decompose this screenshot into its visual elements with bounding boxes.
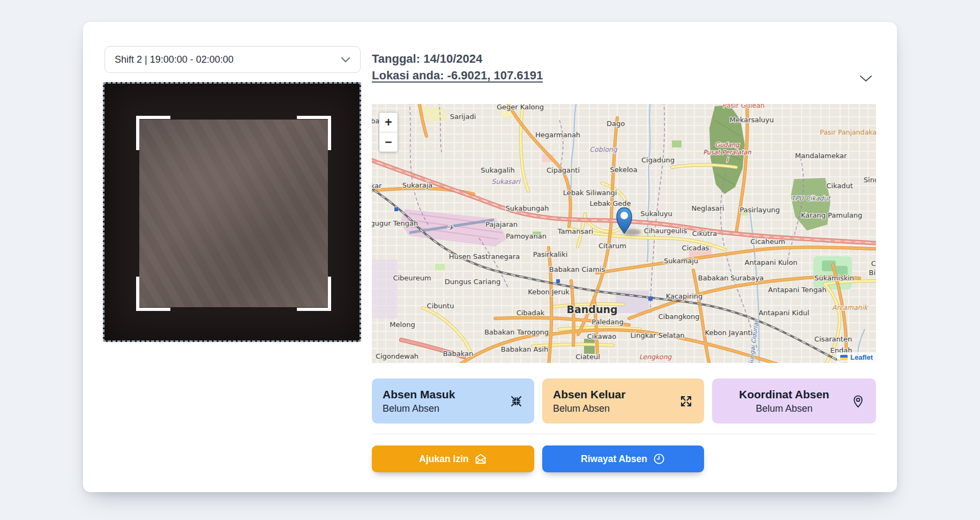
map-label: Pusat Peralatan — [703, 148, 751, 156]
card-absen-masuk[interactable]: Absen Masuk Belum Absen — [372, 378, 534, 424]
map-label: Pasir Panjandaka — [820, 128, 876, 136]
frame-corner-icon — [297, 277, 331, 311]
compress-arrows-icon — [509, 394, 523, 408]
map-label: Kebon Jayanti — [705, 329, 753, 337]
map-label: Husen Sastranegara — [449, 252, 520, 261]
map-label: Cikadut — [826, 182, 853, 190]
ajukan-izin-button[interactable]: Ajukan Izin — [372, 445, 534, 472]
leaflet-map[interactable]: ✈ — [372, 104, 876, 363]
zoom-in-button[interactable]: + — [379, 113, 398, 132]
frame-corner-icon — [136, 116, 170, 150]
frame-corner-icon — [297, 116, 331, 150]
map-label: Pamoyanan — [506, 232, 547, 240]
map-label: Cihaurgeulis — [644, 227, 687, 235]
riwayat-absen-label: Riwayat Absen — [581, 454, 647, 465]
map-label: Sinda — [864, 176, 876, 184]
map-label: Citarum — [599, 242, 626, 250]
card-title: Absen Keluar — [553, 388, 674, 402]
date-label: Tanggal: 14/10/2024 — [372, 52, 482, 66]
camera-preview — [103, 82, 361, 342]
map-label: Ci — [871, 259, 876, 268]
map-label: Cigondewah — [376, 352, 418, 360]
face-frame — [136, 116, 331, 311]
chevron-down-icon — [341, 57, 350, 63]
location-link[interactable]: Lokasi anda: -6.9021, 107.6191 — [372, 69, 543, 83]
map-label: Neglasari — [691, 204, 724, 212]
card-status: Belum Absen — [553, 403, 674, 414]
map-label: Pasir Gulean — [723, 104, 765, 109]
attendance-panel: Shift 2 | 19:00:00 - 02:00:00 Tanggal: 1… — [83, 22, 897, 492]
map-label: Cibadak — [517, 309, 545, 317]
map-label: Antapani Kulon — [745, 258, 797, 266]
map-label: Karang Pamulang — [801, 211, 862, 219]
chevron-down-icon — [859, 75, 873, 83]
expand-arrows-icon — [679, 394, 693, 408]
card-title: Koordinat Absen — [723, 388, 846, 402]
map-label: Kebon Jeruk — [528, 288, 570, 296]
envelope-open-icon — [474, 452, 487, 465]
map-label: Lebak Siliwangi — [563, 189, 617, 197]
map-label: Tamansari — [557, 227, 593, 235]
map-label: Cisaranten — [814, 335, 852, 343]
location-pin-icon — [851, 394, 865, 408]
map-label: Pasirlayung — [740, 206, 780, 214]
card-absen-keluar[interactable]: Absen Keluar Belum Absen — [542, 378, 704, 424]
map-label: Sarijadi — [450, 113, 476, 121]
ajukan-izin-label: Ajukan Izin — [419, 454, 468, 465]
map-label: Bin — [869, 269, 876, 277]
map-label: Arcamanik — [832, 303, 869, 311]
map-label: Cicaheum — [751, 237, 786, 246]
ukraine-flag-icon — [840, 355, 848, 360]
map-label: Kacapiring — [666, 292, 703, 300]
card-status: Belum Absen — [383, 403, 504, 414]
shift-select-value: Shift 2 | 19:00:00 - 02:00:00 — [115, 54, 234, 65]
map-label: Babakan — [443, 350, 474, 358]
divider — [372, 434, 876, 434]
map-label: Sukabungah — [506, 204, 549, 212]
leaflet-link[interactable]: Leaflet — [850, 353, 873, 361]
map-label: Coblong — [589, 145, 617, 153]
card-koordinat-absen[interactable]: Koordinat Absen Belum Absen — [712, 378, 876, 424]
map-label: Sukaluyu — [640, 210, 672, 218]
map-label: Dago — [607, 120, 625, 128]
map-label: Lingkar Selatan — [630, 331, 684, 339]
map-label: Cicadas — [682, 244, 709, 252]
map-label: Babakan Ciamis — [549, 265, 605, 273]
map-label: Mekarsaluyu — [730, 116, 774, 124]
map-label: igugur Tengah — [372, 219, 418, 227]
map-label: Antapani Kidul — [759, 309, 810, 317]
map-label: Sukagalih — [481, 166, 514, 174]
collapse-toggle[interactable] — [858, 72, 874, 84]
map-label: Sukamiskin — [814, 274, 854, 282]
map-label: Pajajaran — [485, 220, 518, 228]
map-attribution: Leaflet — [837, 352, 876, 363]
map-label: Cibeureum — [393, 274, 431, 282]
frame-corner-icon — [136, 277, 170, 311]
clock-icon — [653, 452, 665, 465]
map-label: Mandalamekar — [795, 152, 847, 160]
map-label: Antapani Tengah — [768, 286, 827, 294]
map-label: Sukaraja — [402, 181, 433, 189]
map-zoom-control: + − — [379, 112, 398, 152]
map-label: ba — [372, 117, 379, 125]
map-label: Cigadung — [641, 156, 675, 164]
map-label: kar — [372, 182, 382, 190]
shift-select[interactable]: Shift 2 | 19:00:00 - 02:00:00 — [104, 46, 361, 73]
map-label: Cibuntu — [427, 302, 454, 310]
map-label: Babakan Asih — [501, 345, 548, 353]
map-label: Cikutra — [692, 229, 717, 237]
map-label: Sekeloa — [610, 166, 638, 174]
map-label: Pasirkaliki — [533, 250, 568, 258]
map-label: Geger Kalong — [497, 104, 544, 111]
map-label: Babakan Tarogong — [484, 328, 549, 336]
map-label: Lengkong — [639, 353, 672, 361]
map-label: TPU Cikadut — [791, 195, 832, 202]
map-label: Lebak Gede — [589, 199, 631, 207]
map-label: Melong — [390, 321, 415, 329]
map-label: Cibangkong — [659, 313, 700, 321]
card-status: Belum Absen — [723, 403, 846, 414]
map-label: Sukasari — [491, 177, 521, 185]
riwayat-absen-button[interactable]: Riwayat Absen — [542, 445, 704, 472]
zoom-out-button[interactable]: − — [379, 132, 398, 152]
map-label: Gudang — [715, 141, 739, 148]
